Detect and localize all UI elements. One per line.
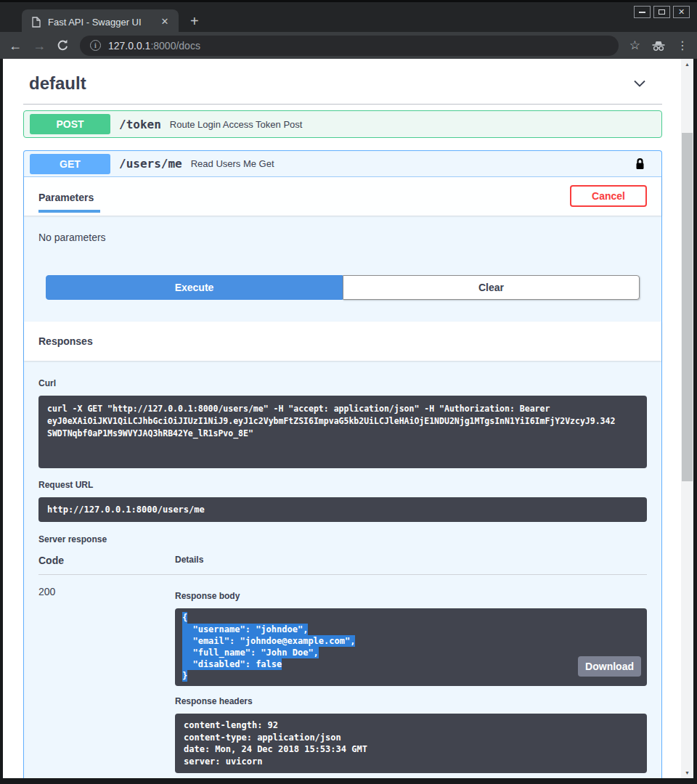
response-body-line: "username": "johndoe",	[182, 624, 308, 635]
maximize-icon	[659, 9, 665, 15]
request-url-block[interactable]: http://127.0.0.1:8000/users/me	[38, 497, 647, 522]
url-bar[interactable]: i 127.0.0.1:8000/docs	[80, 36, 619, 56]
tab-close-icon[interactable]: ✕	[158, 15, 171, 28]
tab-parameters[interactable]: Parameters	[38, 187, 100, 213]
back-icon[interactable]: ←	[9, 39, 22, 52]
response-body-line: "email": "johndoe@example.com",	[182, 635, 355, 647]
response-header-line: content-length: 92	[184, 719, 638, 732]
response-body-line: }	[182, 670, 187, 682]
responses-section-header: Responses	[24, 322, 661, 361]
response-headers-block[interactable]: content-length: 92 content-type: applica…	[175, 714, 647, 773]
swagger-page: default POST /token Route Login Access T…	[3, 59, 681, 778]
server-response-row: 200 Response body { "username": "johndoe…	[38, 575, 647, 773]
opblock-post-token[interactable]: POST /token Route Login Access Token Pos…	[23, 110, 662, 138]
curl-line: curl -X GET "http://127.0.0.1:8000/users…	[47, 403, 638, 415]
server-response-label: Server response	[38, 534, 647, 544]
chevron-down-icon[interactable]	[633, 80, 646, 88]
close-button[interactable]: ✕	[673, 6, 690, 18]
download-button[interactable]: Download	[578, 656, 641, 677]
forward-icon[interactable]: →	[33, 39, 46, 52]
response-header-line: content-type: application/json	[184, 732, 638, 744]
curl-line: SWDTNqbf0aP1Ms9WVYJAQ3hRB42Ye_lR1sPvo_8E…	[47, 428, 638, 440]
bookmark-star-icon[interactable]: ☆	[629, 38, 640, 53]
op-path: /users/me	[119, 157, 182, 171]
info-icon[interactable]: i	[90, 40, 101, 51]
browser-window: Fast API - Swagger UI ✕ + ✕ ← → i 127.0.…	[0, 0, 697, 784]
response-header-line: date: Mon, 24 Dec 2018 15:53:34 GMT	[184, 743, 638, 756]
browser-titlebar: Fast API - Swagger UI ✕ + ✕	[0, 0, 697, 32]
browser-tab[interactable]: Fast API - Swagger UI ✕	[22, 9, 179, 34]
tag-title: default	[29, 73, 86, 94]
reload-icon[interactable]	[57, 39, 69, 52]
document-icon	[32, 17, 41, 28]
response-body-line: "full_name": "John Doe",	[182, 647, 319, 658]
op-summary: Route Login Access Token Post	[170, 119, 303, 130]
clear-button[interactable]: Clear	[343, 275, 640, 300]
tab-title: Fast API - Swagger UI	[48, 17, 158, 28]
response-header-line: server: uvicorn	[184, 756, 638, 768]
menu-icon[interactable]: ⋮	[677, 38, 688, 52]
incognito-icon	[651, 40, 666, 52]
curl-label: Curl	[38, 378, 647, 388]
parameters-header: Parameters Cancel	[24, 177, 661, 216]
page-scrollbar[interactable]: ▲ ▼	[681, 59, 693, 778]
minimize-icon	[639, 12, 645, 13]
server-response-table-header: Code Details	[38, 555, 647, 575]
scroll-down-icon[interactable]: ▼	[681, 767, 693, 778]
status-code: 200	[38, 586, 175, 773]
tag-section-header[interactable]: default	[23, 70, 662, 105]
opblock-summary[interactable]: POST /token Route Login Access Token Pos…	[24, 111, 661, 137]
minimize-button[interactable]	[634, 6, 651, 18]
url-text: 127.0.0.1:8000/docs	[108, 40, 200, 52]
opblock-get-users-me: GET /users/me Read Users Me Get Paramete…	[23, 150, 662, 778]
op-path: /token	[119, 118, 161, 131]
browser-toolbar: ← → i 127.0.0.1:8000/docs ☆ ⋮	[0, 32, 697, 59]
response-body-line: {	[182, 612, 187, 624]
auth-lock-button[interactable]	[635, 158, 645, 171]
curl-line: eyJ0eXAiOiJKV1QiLCJhbGciOiJIUzI1NiJ9.eyJ…	[47, 415, 638, 428]
execute-button[interactable]: Execute	[46, 275, 343, 300]
scrollbar-thumb[interactable]	[682, 133, 693, 481]
lock-icon	[635, 158, 645, 171]
opblock-summary[interactable]: GET /users/me Read Users Me Get	[24, 151, 661, 177]
response-body-line: "disabled": false	[182, 658, 282, 670]
response-body-block[interactable]: { "username": "johndoe", "email": "johnd…	[175, 608, 647, 686]
close-icon: ✕	[678, 8, 685, 16]
details-column-header: Details	[175, 555, 647, 566]
op-summary: Read Users Me Get	[191, 158, 274, 169]
method-badge-post: POST	[30, 114, 110, 134]
response-headers-label: Response headers	[175, 696, 647, 706]
response-body-label: Response body	[175, 591, 647, 601]
curl-command-block[interactable]: curl -X GET "http://127.0.0.1:8000/users…	[38, 396, 647, 468]
scroll-up-icon[interactable]: ▲	[681, 59, 693, 70]
code-column-header: Code	[38, 555, 175, 566]
request-url-label: Request URL	[38, 480, 647, 490]
maximize-button[interactable]	[653, 6, 670, 18]
no-parameters-text: No parameters	[24, 216, 661, 243]
method-badge-get: GET	[30, 154, 110, 174]
new-tab-button[interactable]: +	[190, 14, 199, 28]
cancel-button[interactable]: Cancel	[570, 185, 647, 207]
